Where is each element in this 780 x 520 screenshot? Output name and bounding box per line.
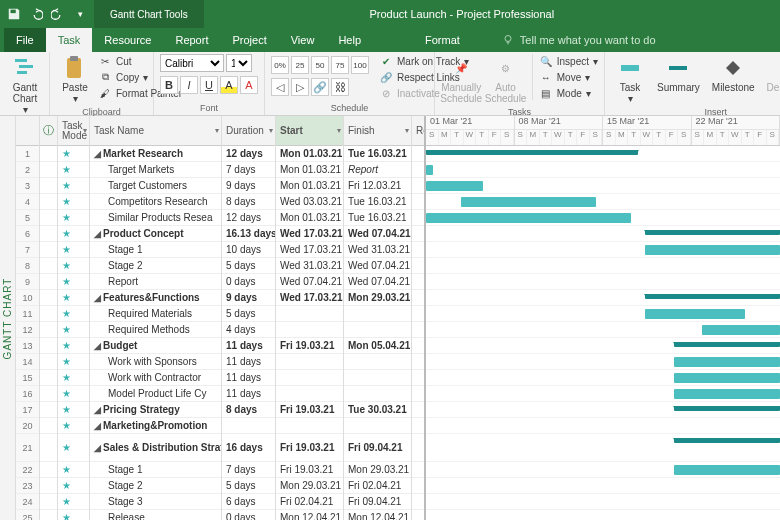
row-number[interactable]: 7 (16, 242, 39, 258)
finish-cell[interactable]: Fri 09.04.21 (344, 494, 411, 510)
start-cell[interactable]: Wed 17.03.21 (276, 290, 343, 306)
gantt-bar[interactable] (674, 389, 780, 399)
finish-cell[interactable]: Tue 16.03.21 (344, 194, 411, 210)
link-button[interactable]: 🔗 (311, 78, 329, 96)
expand-icon[interactable]: ◢ (94, 443, 101, 453)
finish-cell[interactable]: Mon 12.04.21 (344, 510, 411, 520)
row-number[interactable]: 15 (16, 370, 39, 386)
col-duration-header[interactable]: Duration▾ (222, 116, 275, 146)
row-number[interactable]: 20 (16, 418, 39, 434)
row-number[interactable]: 3 (16, 178, 39, 194)
duration-cell[interactable] (222, 418, 275, 434)
task-name-cell[interactable]: Stage 1 (108, 244, 142, 255)
finish-cell[interactable] (344, 354, 411, 370)
tab-format[interactable]: Format (413, 28, 472, 52)
start-cell[interactable]: Fri 19.03.21 (276, 434, 343, 462)
gantt-bar[interactable] (426, 165, 433, 175)
finish-cell[interactable]: Fri 09.04.21 (344, 434, 411, 462)
gantt-bar[interactable] (426, 213, 631, 223)
finish-cell[interactable] (344, 322, 411, 338)
tab-resource[interactable]: Resource (92, 28, 163, 52)
duration-cell[interactable]: 0 days (222, 274, 275, 290)
task-name-cell[interactable]: Similar Products Resea (108, 212, 212, 223)
row-number[interactable]: 12 (16, 322, 39, 338)
deliverable-insert-button[interactable]: 📦Deliverable ▾ (763, 54, 780, 106)
row-number[interactable]: 11 (16, 306, 39, 322)
task-name-cell[interactable]: Market Research (103, 148, 183, 159)
summary-insert-button[interactable]: Summary (653, 54, 704, 95)
row-number[interactable]: 16 (16, 386, 39, 402)
start-cell[interactable]: Mon 01.03.21 (276, 162, 343, 178)
duration-cell[interactable]: 5 days (222, 478, 275, 494)
save-icon[interactable] (6, 6, 22, 22)
redo-icon[interactable] (50, 6, 66, 22)
row-number[interactable]: 21 (16, 434, 39, 462)
tab-help[interactable]: Help (326, 28, 373, 52)
start-cell[interactable]: Fri 02.04.21 (276, 494, 343, 510)
pct50-button[interactable]: 50 (311, 56, 329, 74)
start-cell[interactable]: Mon 12.04.21 (276, 510, 343, 520)
row-number[interactable]: 8 (16, 258, 39, 274)
row-number[interactable]: 24 (16, 494, 39, 510)
finish-cell[interactable]: Tue 30.03.21 (344, 402, 411, 418)
task-name-cell[interactable]: Work with Sponsors (108, 356, 197, 367)
gantt-bar[interactable] (645, 294, 780, 299)
col-resources-header[interactable]: Res (412, 116, 424, 146)
expand-icon[interactable]: ◢ (94, 405, 101, 415)
duration-cell[interactable]: 8 days (222, 402, 275, 418)
indent-button[interactable]: ▷ (291, 78, 309, 96)
task-name-cell[interactable]: Stage 1 (108, 464, 142, 475)
task-name-cell[interactable]: Work with Contractor (108, 372, 201, 383)
task-name-cell[interactable]: Target Customers (108, 180, 187, 191)
row-number[interactable]: 4 (16, 194, 39, 210)
gantt-bar[interactable] (645, 230, 780, 235)
bg-color-button[interactable]: A (220, 76, 238, 94)
row-number[interactable]: 17 (16, 402, 39, 418)
finish-cell[interactable] (344, 306, 411, 322)
gantt-bar[interactable] (461, 197, 596, 207)
start-cell[interactable]: Wed 03.03.21 (276, 194, 343, 210)
font-name-select[interactable]: Calibri (160, 54, 224, 72)
row-number[interactable]: 23 (16, 478, 39, 494)
row-number[interactable]: 6 (16, 226, 39, 242)
col-name-header[interactable]: Task Name▾ (90, 116, 221, 146)
start-cell[interactable] (276, 306, 343, 322)
duration-cell[interactable]: 9 days (222, 178, 275, 194)
manually-schedule-button[interactable]: 📌Manually Schedule (441, 54, 481, 106)
duration-cell[interactable]: 11 days (222, 386, 275, 402)
row-number[interactable]: 22 (16, 462, 39, 478)
duration-cell[interactable]: 12 days (222, 210, 275, 226)
task-name-cell[interactable]: Sales & Distribution Strategy (103, 442, 221, 453)
duration-cell[interactable]: 11 days (222, 354, 275, 370)
gantt-chart-button[interactable]: Gantt Chart ▾ (6, 54, 44, 117)
duration-cell[interactable]: 11 days (222, 338, 275, 354)
duration-cell[interactable]: 7 days (222, 462, 275, 478)
start-cell[interactable] (276, 370, 343, 386)
finish-cell[interactable]: Fri 12.03.21 (344, 178, 411, 194)
duration-cell[interactable]: 7 days (222, 162, 275, 178)
task-name-cell[interactable]: Report (108, 276, 138, 287)
gantt-bar[interactable] (426, 150, 638, 155)
col-finish-header[interactable]: Finish▾ (344, 116, 411, 146)
finish-cell[interactable]: Mon 29.03.21 (344, 290, 411, 306)
gantt-bar[interactable] (702, 325, 780, 335)
tab-file[interactable]: File (4, 28, 46, 52)
start-cell[interactable]: Mon 29.03.21 (276, 478, 343, 494)
underline-button[interactable]: U (200, 76, 218, 94)
finish-cell[interactable]: Wed 07.04.21 (344, 258, 411, 274)
gantt-bar[interactable] (645, 309, 744, 319)
expand-icon[interactable]: ◢ (94, 341, 101, 351)
task-name-cell[interactable]: Release (108, 512, 145, 520)
finish-cell[interactable]: Wed 07.04.21 (344, 274, 411, 290)
duration-cell[interactable]: 5 days (222, 258, 275, 274)
expand-icon[interactable]: ◢ (94, 229, 101, 239)
finish-cell[interactable]: Mon 29.03.21 (344, 462, 411, 478)
gantt-bar[interactable] (674, 342, 780, 347)
task-name-cell[interactable]: Product Concept (103, 228, 184, 239)
move-button[interactable]: ↔Move ▾ (539, 70, 598, 84)
start-cell[interactable]: Mon 01.03.21 (276, 178, 343, 194)
finish-cell[interactable]: Mon 05.04.21 (344, 338, 411, 354)
tab-report[interactable]: Report (163, 28, 220, 52)
start-cell[interactable]: Mon 01.03.21 (276, 146, 343, 162)
duration-cell[interactable]: 16.13 days (222, 226, 275, 242)
